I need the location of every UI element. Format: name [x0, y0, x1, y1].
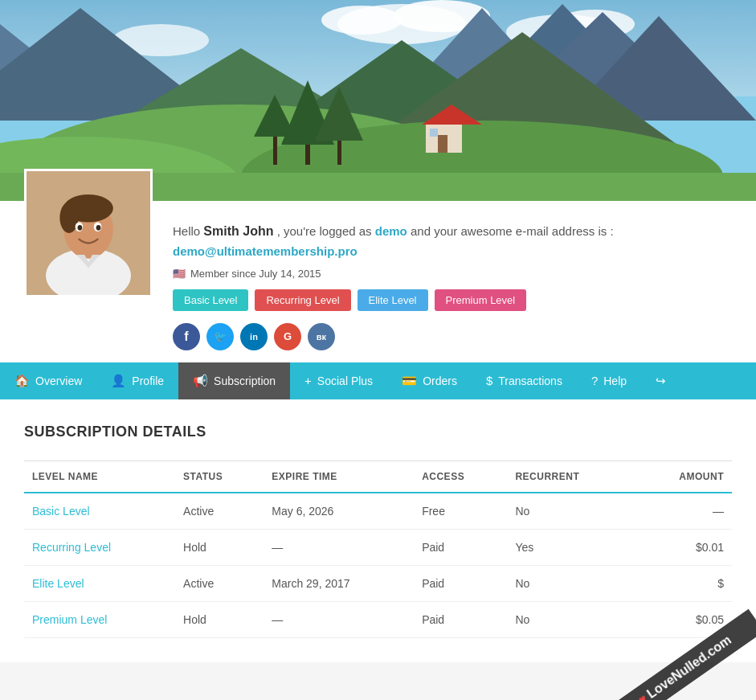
nav-transactions-label: Transactions: [498, 375, 562, 387]
logout-icon: ↪: [656, 374, 666, 388]
avatar: [24, 169, 153, 297]
level-premium-link[interactable]: Premium Level: [32, 613, 107, 626]
linkedin-icon[interactable]: in: [240, 323, 268, 350]
vk-icon[interactable]: вк: [308, 323, 335, 350]
table-row: Recurring Level Hold — Paid Yes $0.01: [24, 529, 732, 565]
badge-elite-level: Elite Level: [358, 289, 428, 311]
profile-greeting: Hello Smith John , you're logged as demo…: [173, 221, 732, 261]
status-elite: Active: [175, 565, 264, 601]
recurrent-basic: No: [507, 493, 635, 530]
greeting-prefix: Hello: [173, 224, 200, 238]
nav-orders-label: Orders: [423, 375, 457, 387]
col-header-level: LEVEL NAME: [24, 461, 175, 493]
svg-rect-28: [438, 135, 447, 153]
nav-help[interactable]: ? Help: [577, 362, 641, 399]
amount-elite: $: [635, 565, 732, 601]
col-header-access: ACCESS: [414, 461, 507, 493]
col-header-amount: AMOUNT: [635, 461, 732, 493]
access-premium: Paid: [414, 601, 507, 637]
profile-info: Hello Smith John , you're logged as demo…: [173, 217, 732, 350]
profile-username: demo: [375, 224, 407, 238]
megaphone-icon: 📢: [193, 374, 208, 388]
dollar-icon: $: [486, 374, 492, 387]
nav-logout[interactable]: ↪: [641, 362, 680, 399]
subscription-table: LEVEL NAME STATUS EXPIRE TIME ACCESS REC…: [24, 461, 732, 638]
nav-help-label: Help: [603, 375, 627, 387]
subscription-title: SUBSCRIPTION DETAILS: [24, 424, 732, 440]
profile-section: Hello Smith John , you're logged as demo…: [0, 201, 756, 362]
nav-social-plus-label: Social Plus: [317, 375, 373, 387]
access-elite: Paid: [414, 565, 507, 601]
status-premium: Hold: [175, 601, 264, 637]
avatar-container: [24, 169, 153, 297]
level-basic-link[interactable]: Basic Level: [32, 505, 90, 518]
facebook-icon[interactable]: f: [173, 323, 200, 350]
profile-email: demo@ultimatemembership.pro: [173, 244, 358, 258]
nav-orders[interactable]: 💳 Orders: [387, 362, 472, 399]
recurrent-premium: No: [507, 601, 635, 637]
main-content: SUBSCRIPTION DETAILS LEVEL NAME STATUS E…: [0, 399, 756, 662]
nav-overview-label: Overview: [35, 375, 82, 387]
table-row: Elite Level Active March 29, 2017 Paid N…: [24, 565, 732, 601]
level-badges: Basic Level Recurring Level Elite Level …: [173, 289, 732, 311]
access-recurring: Paid: [414, 529, 507, 565]
nav-social-plus[interactable]: + Social Plus: [290, 362, 387, 399]
svg-rect-24: [273, 133, 277, 165]
status-recurring: Hold: [175, 529, 264, 565]
table-row: Premium Level Hold — Paid No $0.05: [24, 601, 732, 637]
col-header-recurrent: RECURRENT: [507, 461, 635, 493]
user-icon: 👤: [111, 374, 126, 388]
nav-overview[interactable]: 🏠 Overview: [0, 362, 96, 399]
badge-premium-level: Premium Level: [435, 289, 527, 311]
table-row: Basic Level Active May 6, 2026 Free No —: [24, 493, 732, 530]
access-basic: Free: [414, 493, 507, 530]
nav-profile[interactable]: 👤 Profile: [96, 362, 178, 399]
recurrent-recurring: Yes: [507, 529, 635, 565]
level-elite-link[interactable]: Elite Level: [32, 577, 84, 590]
logged-as-label: , you're logged as: [277, 224, 372, 238]
nav-transactions[interactable]: $ Transactions: [472, 362, 577, 399]
svg-point-4: [321, 6, 402, 35]
expire-premium: —: [264, 601, 414, 637]
col-header-expire: EXPIRE TIME: [264, 461, 414, 493]
home-icon: 🏠: [14, 374, 30, 388]
svg-point-40: [96, 225, 101, 231]
plus-icon: +: [304, 374, 312, 387]
badge-recurring-level: Recurring Level: [255, 289, 350, 311]
col-header-status: STATUS: [175, 461, 264, 493]
expire-recurring: —: [264, 529, 414, 565]
level-recurring-link[interactable]: Recurring Level: [32, 541, 111, 554]
amount-recurring: $0.01: [635, 529, 732, 565]
nav-profile-label: Profile: [132, 375, 164, 387]
nav-subscription[interactable]: 📢 Subscription: [178, 362, 290, 399]
amount-premium: $0.05: [635, 601, 732, 637]
nav-subscription-label: Subscription: [214, 375, 276, 387]
svg-point-39: [78, 225, 83, 231]
creditcard-icon: 💳: [402, 374, 417, 388]
member-since: 🇺🇸 Member since July 14, 2015: [173, 268, 732, 280]
email-label: and your awesome e-mail address is :: [411, 224, 614, 238]
svg-rect-29: [430, 129, 438, 137]
member-since-text: Member since July 14, 2015: [190, 268, 321, 280]
expire-basic: May 6, 2026: [264, 493, 414, 530]
question-icon: ?: [591, 374, 598, 387]
badge-basic-level: Basic Level: [173, 289, 248, 311]
expire-elite: March 29, 2017: [264, 565, 414, 601]
profile-name: Smith John: [203, 224, 273, 238]
recurrent-elite: No: [507, 565, 635, 601]
google-icon[interactable]: G: [274, 323, 301, 350]
nav-bar: 🏠 Overview 👤 Profile 📢 Subscription + So…: [0, 362, 756, 399]
twitter-icon[interactable]: 🐦: [206, 323, 234, 350]
flag-icon: 🇺🇸: [173, 268, 186, 280]
amount-basic: —: [635, 493, 732, 530]
social-icons: f 🐦 in G вк: [173, 323, 732, 350]
status-basic: Active: [175, 493, 264, 530]
